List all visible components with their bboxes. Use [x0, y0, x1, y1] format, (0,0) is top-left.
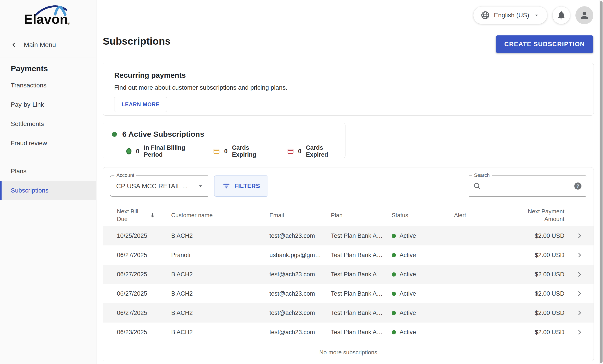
table-footer-message: No more subscriptions	[103, 349, 594, 356]
cell-customer-name: B ACH2	[171, 290, 269, 297]
active-status-dot-icon	[392, 311, 396, 315]
stat-in-final-billing-period: 0In Final Billing Period	[126, 144, 190, 158]
sidebar-item-subscriptions[interactable]: Subscriptions	[0, 181, 96, 200]
recurring-payments-card: Recurring payments Find out more about c…	[103, 63, 594, 116]
column-header-email[interactable]: Email	[269, 212, 331, 219]
sidebar-item-settlements[interactable]: Settlements	[0, 114, 96, 133]
cell-status: Active	[392, 232, 454, 239]
chevron-right-icon	[576, 271, 583, 278]
cell-status: Active	[392, 290, 454, 297]
column-header-status[interactable]: Status	[392, 212, 454, 219]
sidebar-group-payments: TransactionsPay-by-LinkSettlementsFraud …	[0, 76, 96, 153]
sidebar-group-plans: PlansSubscriptions	[0, 162, 96, 200]
sidebar-section-title: Payments	[11, 64, 96, 73]
table-row[interactable]: 10/25/2025B ACH2test@ach23.comTest Plan …	[103, 226, 594, 245]
table-row[interactable]: 06/27/2025Pranotiusbank.pgs@gm…Test Plan…	[103, 245, 594, 265]
stat-value: 0	[298, 148, 302, 155]
cell-plan: Test Plan Bank A…	[331, 252, 392, 259]
page-title: Subscriptions	[103, 35, 171, 47]
scrollbar-thumb[interactable]	[600, 1, 603, 363]
row-detail-button[interactable]	[564, 328, 585, 336]
bell-icon	[556, 10, 566, 20]
status-text: Active	[400, 252, 416, 259]
green-dot-icon	[112, 132, 117, 137]
filters-button[interactable]: FILTERS	[214, 176, 268, 197]
cell-plan: Test Plan Bank A…	[331, 309, 392, 317]
create-subscription-button[interactable]: CREATE SUBSCRIPTION	[496, 35, 593, 53]
language-label: English (US)	[494, 12, 529, 19]
row-detail-button[interactable]	[564, 232, 585, 240]
vertical-scrollbar	[599, 0, 603, 364]
main-menu-back[interactable]: Main Menu	[0, 36, 96, 54]
cell-next-bill-due: 06/23/2025	[117, 329, 171, 336]
cell-email: test@ach23.com	[269, 329, 331, 336]
language-selector[interactable]: English (US)	[473, 7, 547, 24]
row-detail-button[interactable]	[564, 309, 585, 317]
active-status-dot-icon	[392, 330, 396, 334]
column-header-plan[interactable]: Plan	[331, 212, 392, 219]
globe-icon	[481, 11, 490, 20]
cell-plan: Test Plan Bank A…	[331, 329, 392, 336]
person-icon	[579, 10, 590, 21]
chevron-right-icon	[576, 251, 583, 259]
sidebar-item-fraud-review[interactable]: Fraud review	[0, 133, 96, 153]
row-detail-button[interactable]	[564, 290, 585, 298]
notifications-button[interactable]	[553, 7, 570, 24]
cell-next-payment-amount: $2.00 USD	[516, 309, 564, 317]
table-row[interactable]: 06/27/2025B ACH2test@ach23.comTest Plan …	[103, 265, 594, 284]
cell-email: test@ach23.com	[269, 271, 331, 278]
sidebar: Elavon ® Main Menu Payments Transactions…	[0, 0, 96, 364]
stat-cards-expired: 0Cards Expired	[287, 144, 336, 158]
account-select[interactable]: Account CP USA MCC RETAIL ...	[110, 176, 209, 197]
cell-email: usbank.pgs@gm…	[269, 252, 331, 259]
cell-email: test@ach23.com	[269, 290, 331, 297]
final-billing-dot-icon	[126, 148, 131, 154]
account-select-label: Account	[115, 172, 136, 178]
cell-plan: Test Plan Bank A…	[331, 232, 392, 239]
cell-next-payment-amount: $2.00 USD	[516, 252, 564, 259]
filters-button-label: FILTERS	[234, 183, 260, 190]
filter-icon	[222, 182, 230, 190]
table-row[interactable]: 06/27/2025B ACH2test@ach23.comTest Plan …	[103, 303, 594, 322]
user-avatar-button[interactable]	[575, 6, 593, 24]
column-header-next-bill-due[interactable]: Next Bill Due	[117, 208, 171, 223]
help-icon[interactable]: ?	[573, 182, 582, 190]
active-status-dot-icon	[392, 272, 396, 276]
cell-next-bill-due: 10/25/2025	[117, 232, 171, 239]
search-field: Search ?	[468, 176, 587, 197]
table-row[interactable]: 06/27/2025B ACH2test@ach23.comTest Plan …	[103, 284, 594, 303]
elavon-logo: Elavon ®	[0, 0, 96, 31]
stat-cards-expiring: 0Cards Expiring	[213, 144, 264, 158]
cell-next-payment-amount: $2.00 USD	[516, 232, 564, 239]
column-header-customer-name[interactable]: Customer name	[171, 212, 269, 219]
cell-email: test@ach23.com	[269, 232, 331, 239]
search-input[interactable]	[485, 182, 570, 190]
sidebar-item-pay-by-link[interactable]: Pay-by-Link	[0, 95, 96, 114]
active-status-dot-icon	[392, 234, 396, 238]
sidebar-item-transactions[interactable]: Transactions	[0, 76, 96, 95]
svg-text:Elavon: Elavon	[24, 12, 68, 27]
svg-text:?: ?	[576, 183, 579, 189]
stat-value: 0	[224, 148, 228, 155]
search-field-label: Search	[472, 172, 492, 178]
row-detail-button[interactable]	[564, 271, 585, 278]
active-subscriptions-title-row: 6 Active Subscriptions	[112, 130, 336, 139]
sidebar-divider	[0, 158, 96, 158]
cell-next-bill-due: 06/27/2025	[117, 309, 171, 317]
sidebar-divider	[0, 58, 96, 58]
account-select-value: CP USA MCC RETAIL ...	[116, 182, 188, 190]
recurring-payments-description: Find out more about customer subscriptio…	[114, 84, 582, 91]
card-expiring-icon	[213, 147, 220, 155]
status-text: Active	[400, 232, 416, 239]
cell-email: test@ach23.com	[269, 309, 331, 317]
sidebar-item-plans[interactable]: Plans	[0, 162, 96, 181]
active-status-dot-icon	[392, 292, 396, 296]
learn-more-button[interactable]: LEARN MORE	[114, 97, 167, 112]
row-detail-button[interactable]	[564, 251, 585, 259]
column-header-next-payment-amount[interactable]: Next Payment Amount	[516, 208, 564, 223]
table-row[interactable]: 06/23/2025B ACH2test@ach23.comTest Plan …	[103, 322, 594, 342]
cell-next-bill-due: 06/27/2025	[117, 271, 171, 278]
chevron-down-icon	[533, 12, 540, 19]
active-status-dot-icon	[392, 253, 396, 257]
column-header-alert[interactable]: Alert	[454, 212, 516, 219]
